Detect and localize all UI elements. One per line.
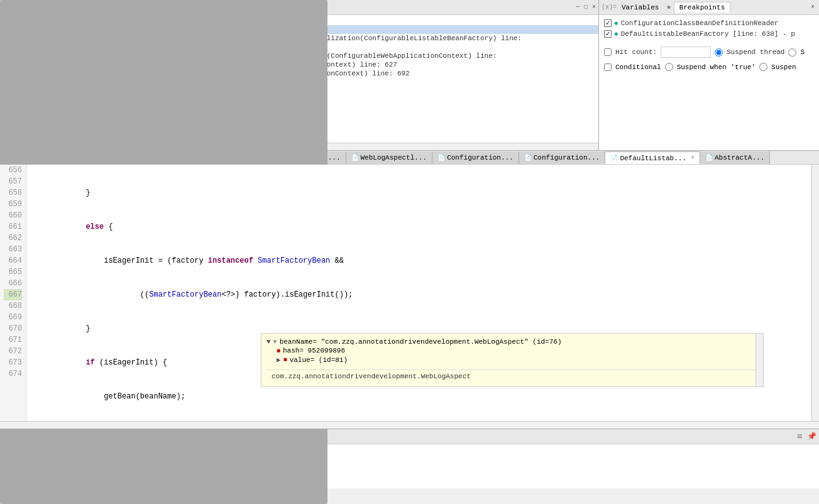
editor-tab-8[interactable]: 📄 AbstractA... [700, 151, 770, 164]
popup-value: value= (id=81) [290, 356, 348, 364]
tab-icon-5: 📄 [437, 154, 445, 162]
editor-tab-4[interactable]: 📄 WebLogAspectl... [346, 151, 433, 164]
popup-hash-icon: ■ [277, 348, 280, 354]
editor-tab-5[interactable]: 📄 Configuration... [432, 151, 519, 164]
hit-count-input[interactable] [661, 47, 711, 58]
maximize-icon[interactable]: □ [584, 4, 588, 11]
popup-row-value: ▶ ■ value= (id=81) [277, 355, 758, 364]
tab-icon-8: 📄 [705, 154, 713, 162]
tab-label-8: AbstractA... [715, 154, 764, 162]
popup-expand-icon[interactable]: ▼ [267, 338, 271, 346]
tab-close-icon-7[interactable]: × [691, 155, 695, 162]
editor-tab-6[interactable]: 📄 Configuration... [519, 151, 606, 164]
popup-hash: hash= 952099896 [283, 347, 345, 354]
breakpoint-item: ✓ ◆ ConfigurationClassBeanDefinitionRead… [602, 18, 816, 28]
editor-vscroll[interactable] [811, 165, 819, 421]
tab-icon-4: 📄 [351, 154, 359, 162]
close-vars-icon[interactable]: × [811, 4, 815, 11]
line-numbers: 656 657 658 659 660 661 662 663 664 665 … [0, 165, 26, 421]
minimize-icon[interactable]: − [576, 4, 580, 11]
hit-count-checkbox[interactable] [604, 48, 612, 56]
tab-variables[interactable]: Variables [617, 3, 664, 13]
hover-popup: ▼ ▼ beanName= "com.zzq.annotationdrivend… [261, 333, 764, 387]
suspend-radio-2[interactable] [788, 48, 796, 57]
breakpoint-checkbox-2[interactable]: ✓ [604, 30, 612, 38]
stack-hscroll[interactable] [0, 143, 598, 150]
breakpoint-diamond-icon: ◆ [614, 19, 618, 27]
breakpoint-diamond-icon: ◆ [614, 30, 618, 38]
suspend-when-true-radio[interactable] [665, 63, 673, 71]
breakpoint-label-2: DefaultListableBeanFactory [line: 638] -… [621, 30, 795, 38]
breakpoint-label-1: ConfigurationClassBeanDefinitionReader [621, 19, 779, 27]
vars-icon: (x)= [602, 4, 617, 11]
popup-row-hash: ■ hash= 952099896 [277, 346, 758, 355]
code-editor[interactable]: 656 657 658 659 660 661 662 663 664 665 … [0, 165, 819, 429]
popup-bottom: com.zzq.annotationdrivendevelopment.WebL… [267, 370, 758, 383]
popup-value-icon: ■ [283, 356, 287, 363]
hit-count-label: Hit count: [615, 48, 657, 56]
tab-icon-6: 📄 [524, 154, 532, 162]
suspend-label-2: S [800, 48, 805, 56]
hit-count-row: Hit count: Suspend thread S [602, 44, 816, 60]
breakpoint-item: ✓ ◆ DefaultListableBeanFactory [line: 63… [602, 28, 816, 39]
editor-tab-7[interactable]: 📄 DefaultListab... × [605, 151, 700, 164]
conditional-checkbox[interactable] [604, 63, 612, 71]
suspend-thread-label: Suspend thread [727, 48, 784, 56]
popup-expand-inner-icon[interactable]: ▼ [273, 339, 277, 346]
popup-vscroll[interactable] [756, 334, 763, 386]
tab-label-7: DefaultListab... [620, 155, 686, 162]
close-icon[interactable]: × [592, 4, 596, 11]
vars-tab-bar: (x)= Variables ● Breakpoints × [599, 0, 819, 15]
console-clear-icon[interactable]: ⊠ [798, 432, 802, 441]
suspend-when-true-label: Suspend when 'true' [677, 63, 756, 71]
suspend-radio-3[interactable] [759, 63, 767, 71]
tab-icon-7: 📄 [610, 155, 618, 162]
console-pin-icon[interactable]: 📌 [807, 432, 816, 441]
conditional-row: Conditional Suspend when 'true' Suspen [602, 60, 816, 74]
debug-panel: 🐛 Debug | ⊞ Type Hierarchy ⚙ Servers − □… [0, 0, 599, 150]
popup-row-main: ▼ ▼ beanName= "com.zzq.annotationdrivend… [267, 337, 758, 346]
suspend-label-3: Suspen [771, 63, 796, 71]
tab-label-6: Configuration... [534, 154, 600, 162]
popup-expand-value-icon[interactable]: ▶ [277, 356, 281, 364]
breakpoints-content: ✓ ◆ ConfigurationClassBeanDefinitionRead… [599, 15, 819, 150]
suspend-thread-radio[interactable] [715, 48, 723, 57]
tab-breakpoints[interactable]: Breakpoints [674, 2, 731, 13]
popup-title: beanName= "com.zzq.annotationdrivendevel… [280, 338, 562, 346]
breakpoint-checkbox-1[interactable]: ✓ [604, 19, 612, 27]
vars-panel: (x)= Variables ● Breakpoints × ✓ ◆ Confi… [599, 0, 819, 150]
editor-hscroll[interactable] [0, 421, 819, 429]
tab-label-5: Configuration... [447, 154, 514, 162]
tab-label-4: WebLogAspectl... [361, 154, 427, 162]
conditional-label: Conditional [615, 63, 661, 71]
